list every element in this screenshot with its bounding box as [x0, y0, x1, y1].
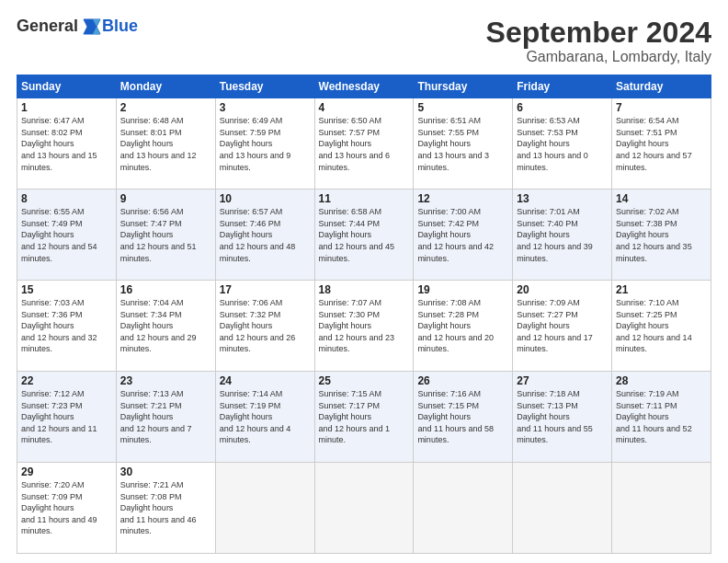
calendar-day-cell: 22 Sunrise: 7:12 AM Sunset: 7:23 PM Dayl… — [17, 372, 117, 463]
day-info: Sunrise: 7:20 AM Sunset: 7:09 PM Dayligh… — [21, 479, 112, 537]
day-number: 20 — [517, 283, 608, 296]
day-number: 3 — [220, 101, 311, 114]
day-number: 27 — [517, 374, 608, 387]
header-monday: Monday — [116, 75, 215, 98]
day-info: Sunrise: 7:00 AM Sunset: 7:42 PM Dayligh… — [417, 206, 508, 264]
header-wednesday: Wednesday — [314, 75, 414, 98]
calendar-day-cell — [215, 463, 314, 554]
day-number: 21 — [616, 283, 707, 296]
calendar-week-row: 29 Sunrise: 7:20 AM Sunset: 7:09 PM Dayl… — [17, 463, 711, 554]
day-number: 26 — [417, 374, 508, 387]
header-friday: Friday — [513, 75, 612, 98]
calendar-day-cell: 21 Sunrise: 7:10 AM Sunset: 7:25 PM Dayl… — [612, 281, 711, 372]
logo-flag-icon — [80, 17, 102, 36]
day-number: 24 — [220, 374, 311, 387]
day-info: Sunrise: 7:07 AM Sunset: 7:30 PM Dayligh… — [319, 297, 410, 355]
calendar-day-cell: 8 Sunrise: 6:55 AM Sunset: 7:49 PM Dayli… — [17, 190, 117, 281]
day-number: 30 — [120, 465, 211, 478]
day-number: 2 — [120, 101, 211, 114]
header-thursday: Thursday — [414, 75, 513, 98]
day-info: Sunrise: 7:12 AM Sunset: 7:23 PM Dayligh… — [21, 388, 112, 446]
calendar-day-cell — [414, 463, 513, 554]
day-info: Sunrise: 7:01 AM Sunset: 7:40 PM Dayligh… — [517, 206, 608, 264]
day-number: 7 — [616, 101, 707, 114]
calendar-day-cell: 7 Sunrise: 6:54 AM Sunset: 7:51 PM Dayli… — [612, 98, 711, 190]
day-info: Sunrise: 7:21 AM Sunset: 7:08 PM Dayligh… — [120, 479, 211, 537]
calendar-day-cell: 11 Sunrise: 6:58 AM Sunset: 7:44 PM Dayl… — [314, 190, 414, 281]
day-info: Sunrise: 7:08 AM Sunset: 7:28 PM Dayligh… — [417, 297, 508, 355]
calendar-day-cell: 2 Sunrise: 6:48 AM Sunset: 8:01 PM Dayli… — [116, 98, 215, 190]
calendar-day-cell: 17 Sunrise: 7:06 AM Sunset: 7:32 PM Dayl… — [215, 281, 314, 372]
day-number: 10 — [220, 192, 311, 205]
day-info: Sunrise: 6:53 AM Sunset: 7:53 PM Dayligh… — [517, 115, 608, 173]
calendar-day-cell: 25 Sunrise: 7:15 AM Sunset: 7:17 PM Dayl… — [314, 372, 414, 463]
calendar-day-cell — [513, 463, 612, 554]
calendar-day-cell: 15 Sunrise: 7:03 AM Sunset: 7:36 PM Dayl… — [17, 281, 117, 372]
calendar-day-cell: 24 Sunrise: 7:14 AM Sunset: 7:19 PM Dayl… — [215, 372, 314, 463]
day-number: 17 — [220, 283, 311, 296]
header-sunday: Sunday — [17, 75, 117, 98]
header: General Blue September 2024 Gambarana, L… — [17, 17, 711, 65]
day-info: Sunrise: 7:06 AM Sunset: 7:32 PM Dayligh… — [220, 297, 311, 355]
logo-blue: Blue — [102, 17, 138, 36]
day-info: Sunrise: 7:02 AM Sunset: 7:38 PM Dayligh… — [616, 206, 707, 264]
day-info: Sunrise: 7:16 AM Sunset: 7:15 PM Dayligh… — [417, 388, 508, 446]
day-number: 5 — [417, 101, 508, 114]
day-number: 23 — [120, 374, 211, 387]
day-info: Sunrise: 6:56 AM Sunset: 7:47 PM Dayligh… — [120, 206, 211, 264]
calendar-day-cell: 28 Sunrise: 7:19 AM Sunset: 7:11 PM Dayl… — [612, 372, 711, 463]
calendar-day-cell — [314, 463, 414, 554]
page: General Blue September 2024 Gambarana, L… — [0, 0, 728, 563]
calendar-week-row: 1 Sunrise: 6:47 AM Sunset: 8:02 PM Dayli… — [17, 98, 711, 190]
calendar-day-cell: 6 Sunrise: 6:53 AM Sunset: 7:53 PM Dayli… — [513, 98, 612, 190]
day-number: 22 — [21, 374, 112, 387]
day-number: 12 — [417, 192, 508, 205]
calendar-day-cell: 29 Sunrise: 7:20 AM Sunset: 7:09 PM Dayl… — [17, 463, 117, 554]
day-info: Sunrise: 6:54 AM Sunset: 7:51 PM Dayligh… — [616, 115, 707, 173]
calendar-day-cell: 30 Sunrise: 7:21 AM Sunset: 7:08 PM Dayl… — [116, 463, 215, 554]
calendar-day-cell: 10 Sunrise: 6:57 AM Sunset: 7:46 PM Dayl… — [215, 190, 314, 281]
logo: General Blue — [17, 17, 138, 36]
calendar-week-row: 22 Sunrise: 7:12 AM Sunset: 7:23 PM Dayl… — [17, 372, 711, 463]
calendar-day-cell: 16 Sunrise: 7:04 AM Sunset: 7:34 PM Dayl… — [116, 281, 215, 372]
day-info: Sunrise: 6:57 AM Sunset: 7:46 PM Dayligh… — [220, 206, 311, 264]
day-number: 13 — [517, 192, 608, 205]
day-number: 18 — [319, 283, 410, 296]
day-info: Sunrise: 7:03 AM Sunset: 7:36 PM Dayligh… — [21, 297, 112, 355]
day-number: 9 — [120, 192, 211, 205]
calendar-day-cell: 13 Sunrise: 7:01 AM Sunset: 7:40 PM Dayl… — [513, 190, 612, 281]
day-info: Sunrise: 7:09 AM Sunset: 7:27 PM Dayligh… — [517, 297, 608, 355]
day-info: Sunrise: 6:55 AM Sunset: 7:49 PM Dayligh… — [21, 206, 112, 264]
day-info: Sunrise: 7:14 AM Sunset: 7:19 PM Dayligh… — [220, 388, 311, 446]
day-info: Sunrise: 7:04 AM Sunset: 7:34 PM Dayligh… — [120, 297, 211, 355]
header-tuesday: Tuesday — [215, 75, 314, 98]
calendar-week-row: 8 Sunrise: 6:55 AM Sunset: 7:49 PM Dayli… — [17, 190, 711, 281]
day-number: 15 — [21, 283, 112, 296]
day-info: Sunrise: 7:18 AM Sunset: 7:13 PM Dayligh… — [517, 388, 608, 446]
day-info: Sunrise: 6:47 AM Sunset: 8:02 PM Dayligh… — [21, 115, 112, 173]
month-title: September 2024 — [486, 17, 711, 49]
calendar-table: Sunday Monday Tuesday Wednesday Thursday… — [17, 75, 711, 554]
calendar-day-cell: 1 Sunrise: 6:47 AM Sunset: 8:02 PM Dayli… — [17, 98, 117, 190]
calendar-day-cell — [612, 463, 711, 554]
header-saturday: Saturday — [612, 75, 711, 98]
day-number: 1 — [21, 101, 112, 114]
day-info: Sunrise: 7:10 AM Sunset: 7:25 PM Dayligh… — [616, 297, 707, 355]
day-info: Sunrise: 6:50 AM Sunset: 7:57 PM Dayligh… — [319, 115, 410, 173]
calendar-day-cell: 12 Sunrise: 7:00 AM Sunset: 7:42 PM Dayl… — [414, 190, 513, 281]
location: Gambarana, Lombardy, Italy — [486, 49, 711, 65]
calendar-day-cell: 5 Sunrise: 6:51 AM Sunset: 7:55 PM Dayli… — [414, 98, 513, 190]
day-number: 19 — [417, 283, 508, 296]
day-number: 6 — [517, 101, 608, 114]
day-info: Sunrise: 7:15 AM Sunset: 7:17 PM Dayligh… — [319, 388, 410, 446]
calendar-day-cell: 9 Sunrise: 6:56 AM Sunset: 7:47 PM Dayli… — [116, 190, 215, 281]
day-info: Sunrise: 6:58 AM Sunset: 7:44 PM Dayligh… — [319, 206, 410, 264]
calendar-day-cell: 14 Sunrise: 7:02 AM Sunset: 7:38 PM Dayl… — [612, 190, 711, 281]
calendar-day-cell: 27 Sunrise: 7:18 AM Sunset: 7:13 PM Dayl… — [513, 372, 612, 463]
logo-general: General — [17, 17, 78, 36]
day-info: Sunrise: 7:13 AM Sunset: 7:21 PM Dayligh… — [120, 388, 211, 446]
calendar-day-cell: 18 Sunrise: 7:07 AM Sunset: 7:30 PM Dayl… — [314, 281, 414, 372]
day-number: 29 — [21, 465, 112, 478]
calendar-day-cell: 3 Sunrise: 6:49 AM Sunset: 7:59 PM Dayli… — [215, 98, 314, 190]
logo-text: General Blue — [17, 17, 138, 36]
